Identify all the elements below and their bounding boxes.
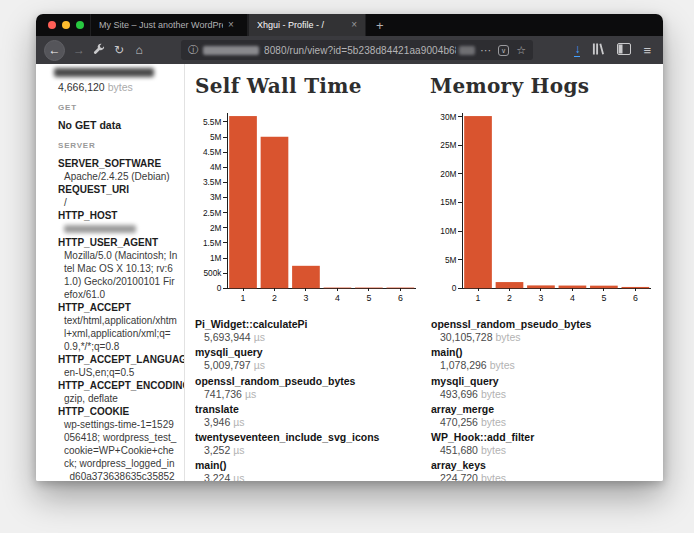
zoom-window-button[interactable]	[76, 21, 84, 29]
value-number: 5,009,797	[204, 359, 254, 371]
back-icon: ←	[49, 43, 61, 57]
function-name-link[interactable]: openssl_random_pseudo_bytes	[195, 375, 420, 388]
firefox-window: My Site – Just another WordPress s × Xhg…	[36, 14, 663, 481]
y-tick-label: 0	[217, 283, 222, 293]
y-tick-label: 3M	[210, 192, 222, 202]
x-tick-label: 3	[303, 293, 308, 303]
function-name-link[interactable]: main()	[195, 459, 420, 472]
tab-my-site[interactable]: My Site – Just another WordPress s ×	[90, 14, 248, 36]
tab-close-icon[interactable]: ×	[228, 20, 234, 30]
minimize-window-button[interactable]	[62, 21, 70, 29]
menu-icon[interactable]: ≡	[643, 44, 651, 57]
value-unit: µs	[254, 359, 265, 371]
list-item: openssl_random_pseudo_bytes741,736 µs	[195, 375, 420, 401]
y-tick-label: 2M	[210, 223, 222, 233]
x-tick-label: 4	[570, 293, 575, 303]
sidebar-toggle-icon[interactable]	[617, 41, 631, 59]
chart-bar[interactable]	[261, 137, 289, 288]
x-tick-label: 5	[601, 293, 606, 303]
server-key: HTTP_ACCEPT	[58, 301, 178, 314]
chart-bar[interactable]	[527, 285, 555, 288]
redacted-url-tail	[459, 46, 475, 55]
navigation-toolbar: ← → ↻ ⌂ ⓘ 8080/run/view?id=5b238d84421aa…	[36, 36, 663, 64]
wrench-icon[interactable]	[89, 43, 109, 57]
server-key: HTTP_ACCEPT_LANGUAGE	[58, 353, 178, 366]
tab-bar: My Site – Just another WordPress s × Xhg…	[36, 14, 663, 36]
function-name-link[interactable]: array_merge	[431, 403, 655, 416]
profile-main: Self Wall Time 0500k1M1.5M2M2.5M3M3.5M4M…	[185, 64, 663, 481]
window-controls	[48, 21, 84, 29]
chart-bar[interactable]	[496, 282, 524, 288]
tab-xhgui-profile[interactable]: Xhgui - Profile - / ×	[248, 14, 366, 36]
function-name-link[interactable]: twentyseventeen_include_svg_icons	[195, 431, 420, 444]
function-name-link[interactable]: translate	[195, 403, 420, 416]
tab-close-icon[interactable]: ×	[351, 20, 357, 30]
new-tab-button[interactable]: +	[366, 14, 394, 36]
server-value: wp-settings-time-1=1529056418; wordpress…	[58, 418, 178, 481]
x-tick-label: 6	[398, 293, 403, 303]
back-button[interactable]: ←	[44, 40, 65, 61]
y-tick-label: 5M	[445, 255, 457, 265]
page-actions-icon[interactable]: ⋯	[480, 44, 491, 57]
list-item: main()3,224 µs	[195, 459, 420, 481]
function-name-link[interactable]: WP_Hook::add_filter	[431, 431, 655, 444]
library-icon[interactable]	[592, 41, 605, 59]
x-tick-label: 2	[507, 293, 512, 303]
function-name-link[interactable]: array_keys	[431, 459, 655, 472]
value-unit: bytes	[481, 388, 506, 400]
page-content: 4,666,120 bytes GET No GET data SERVER S…	[36, 64, 663, 481]
forward-icon[interactable]: →	[69, 44, 89, 56]
memory-column: Memory Hogs 05M10M15M20M25M30M123456 ope…	[430, 72, 655, 481]
function-name-link[interactable]: Pi_Widget::calculatePi	[195, 318, 420, 331]
function-name-link[interactable]: main()	[431, 346, 655, 359]
server-key: HTTP_HOST	[58, 209, 178, 222]
chart-bar[interactable]	[559, 286, 587, 289]
value-unit: µs	[233, 444, 244, 456]
downloads-icon[interactable]: ↓	[574, 43, 580, 57]
server-key: HTTP_COOKIE	[58, 405, 178, 418]
list-item: openssl_random_pseudo_bytes30,105,728 by…	[431, 318, 655, 344]
value-unit: µs	[233, 472, 244, 481]
server-value: /	[58, 196, 178, 209]
site-info-icon[interactable]: ⓘ	[188, 43, 198, 57]
chart-bar[interactable]	[292, 266, 320, 288]
list-item: mysqli_query5,009,797 µs	[195, 346, 420, 372]
get-section-header: GET	[58, 103, 178, 113]
chart-bar[interactable]	[324, 288, 352, 289]
server-key: HTTP_ACCEPT_ENCODING	[58, 379, 178, 392]
value-number: 3,252	[204, 444, 233, 456]
wall-time-title: Self Wall Time	[195, 74, 420, 98]
chart-bar[interactable]	[355, 288, 383, 289]
close-window-button[interactable]	[48, 21, 56, 29]
pocket-icon[interactable]: ∨	[498, 45, 509, 56]
chart-bar[interactable]	[622, 287, 650, 288]
y-tick-label: 4.5M	[203, 147, 222, 157]
function-value: 5,693,944 µs	[195, 331, 420, 344]
value-number: 3,946	[204, 416, 233, 428]
home-icon[interactable]: ⌂	[129, 44, 149, 56]
y-tick-label: 25M	[440, 140, 456, 150]
value-number: 3,224	[204, 472, 233, 481]
server-section-header: SERVER	[58, 141, 178, 151]
memory-hogs-title: Memory Hogs	[430, 74, 655, 98]
redacted-host-value	[64, 225, 136, 233]
function-value: 3,946 µs	[195, 416, 420, 429]
bookmark-star-icon[interactable]: ☆	[516, 44, 526, 57]
chart-bar[interactable]	[229, 116, 257, 288]
url-bar[interactable]: ⓘ 8080/run/view?id=5b238d84421aa9004b680…	[181, 40, 533, 60]
reload-icon[interactable]: ↻	[109, 44, 129, 56]
list-item: Pi_Widget::calculatePi5,693,944 µs	[195, 318, 420, 344]
function-value: 470,256 bytes	[431, 416, 655, 429]
function-name-link[interactable]: mysqli_query	[431, 375, 655, 388]
y-tick-label: 20M	[440, 169, 456, 179]
chart-bar[interactable]	[387, 288, 415, 289]
value-number: 493,696	[440, 388, 481, 400]
memory-hogs-chart: 05M10M15M20M25M30M123456	[430, 106, 655, 312]
function-name-link[interactable]: mysqli_query	[195, 346, 420, 359]
list-item: mysqli_query493,696 bytes	[431, 375, 655, 401]
chart-bar[interactable]	[464, 116, 492, 288]
function-name-link[interactable]: openssl_random_pseudo_bytes	[431, 318, 655, 331]
server-value: gzip, deflate	[58, 392, 178, 405]
function-value: 451,680 bytes	[431, 444, 655, 457]
chart-bar[interactable]	[590, 286, 618, 289]
